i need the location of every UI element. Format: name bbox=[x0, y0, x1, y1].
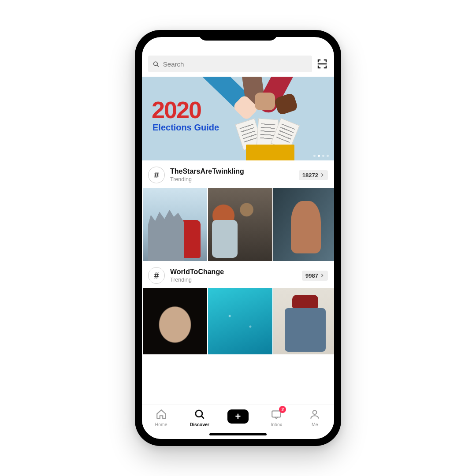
hashtag-title: WorldToChange bbox=[170, 268, 297, 276]
tab-home[interactable]: Home bbox=[148, 409, 175, 427]
video-thumbnail[interactable] bbox=[208, 188, 272, 261]
qr-scan-button[interactable] bbox=[316, 58, 328, 70]
phone-frame: 2020 Elections Guide # TheStarsAreTwinkl… bbox=[135, 30, 341, 446]
tab-label: Me bbox=[312, 422, 318, 427]
featured-banner[interactable]: 2020 Elections Guide bbox=[142, 77, 334, 160]
top-bar bbox=[142, 37, 334, 77]
view-count: 18272 bbox=[302, 172, 318, 178]
view-count: 9987 bbox=[305, 272, 318, 279]
video-thumbnail[interactable] bbox=[143, 188, 207, 261]
svg-point-3 bbox=[196, 410, 202, 417]
view-count-pill[interactable]: 9987 bbox=[302, 271, 328, 281]
tab-me[interactable]: Me bbox=[301, 409, 328, 427]
search-input[interactable] bbox=[163, 60, 308, 68]
video-thumbnails bbox=[142, 188, 334, 261]
hashtag-subtitle: Trending bbox=[170, 176, 294, 182]
section-title-area[interactable]: WorldToChange Trending bbox=[170, 268, 297, 283]
home-icon bbox=[156, 409, 167, 420]
tab-label: Home bbox=[155, 422, 167, 427]
discover-content: # TheStarsAreTwinkling Trending 18272 bbox=[142, 160, 334, 405]
carousel-dots[interactable] bbox=[313, 155, 329, 157]
section-title-area[interactable]: TheStarsAreTwinkling Trending bbox=[170, 167, 294, 182]
hashtag-title: TheStarsAreTwinkling bbox=[170, 167, 294, 175]
ballot-box-icon bbox=[246, 145, 294, 160]
trending-section: # WorldToChange Trending 9987 bbox=[142, 261, 334, 354]
video-thumbnail[interactable] bbox=[273, 188, 334, 261]
video-thumbnails bbox=[142, 288, 334, 354]
search-field[interactable] bbox=[148, 56, 312, 72]
hashtag-icon: # bbox=[148, 267, 165, 284]
svg-line-1 bbox=[157, 65, 159, 67]
tab-inbox[interactable]: 2 Inbox bbox=[263, 409, 290, 427]
tab-label: Discover bbox=[190, 422, 209, 427]
chevron-right-icon bbox=[320, 273, 324, 278]
device-notch bbox=[198, 30, 278, 41]
tab-create[interactable]: + bbox=[225, 409, 251, 424]
home-indicator[interactable] bbox=[209, 433, 267, 435]
plus-icon: + bbox=[235, 412, 241, 421]
svg-point-6 bbox=[313, 410, 317, 414]
qr-scan-icon bbox=[317, 59, 327, 69]
discover-icon bbox=[194, 409, 205, 420]
banner-subtitle: Elections Guide bbox=[152, 123, 219, 133]
search-icon bbox=[152, 60, 160, 68]
chevron-right-icon bbox=[320, 173, 324, 177]
banner-title: 2020 bbox=[152, 96, 201, 123]
svg-line-4 bbox=[201, 416, 204, 418]
hashtag-icon: # bbox=[148, 167, 165, 183]
video-thumbnail[interactable] bbox=[273, 288, 334, 354]
video-thumbnail[interactable] bbox=[208, 288, 272, 354]
create-button[interactable]: + bbox=[227, 409, 249, 424]
profile-icon bbox=[309, 409, 320, 420]
trending-section: # TheStarsAreTwinkling Trending 18272 bbox=[142, 160, 334, 261]
view-count-pill[interactable]: 18272 bbox=[299, 170, 328, 180]
hashtag-subtitle: Trending bbox=[170, 277, 297, 283]
video-thumbnail[interactable] bbox=[143, 288, 207, 354]
svg-rect-5 bbox=[272, 411, 281, 417]
app-screen: 2020 Elections Guide # TheStarsAreTwinkl… bbox=[142, 37, 334, 439]
tab-discover[interactable]: Discover bbox=[186, 409, 213, 427]
inbox-badge: 2 bbox=[279, 406, 286, 413]
svg-point-0 bbox=[154, 62, 158, 66]
tab-label: Inbox bbox=[271, 422, 282, 427]
